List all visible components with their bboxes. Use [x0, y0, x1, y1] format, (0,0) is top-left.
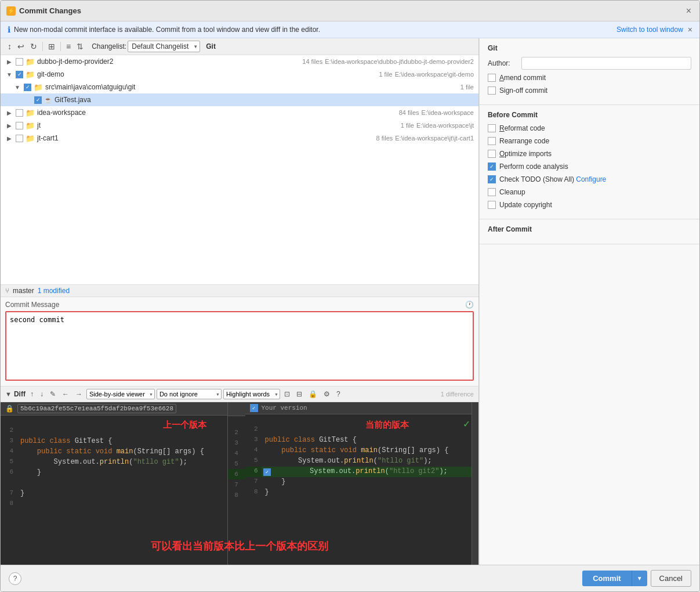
- info-icon: ℹ: [8, 25, 10, 34]
- diff-help-button[interactable]: ?: [334, 389, 343, 399]
- amend-checkbox[interactable]: [488, 74, 496, 82]
- update-copyright-checkbox[interactable]: [488, 201, 496, 209]
- diff-toggle[interactable]: ▼ Diff: [5, 390, 26, 398]
- checkbox-dubbo[interactable]: [16, 58, 23, 66]
- git-section-title: Git: [488, 44, 691, 52]
- divider-line-2: 2: [228, 427, 245, 438]
- diff-toolbar: ↑ ↓ ✎ ← → Side-by-side viewer Unified vi…: [28, 389, 474, 399]
- diff-right-lines: 2 3 public class GitTest { 4 public s: [245, 414, 472, 565]
- diff-header: ▼ Diff ↑ ↓ ✎ ← → Side-by-side viewer Uni…: [1, 387, 478, 402]
- signoff-checkbox[interactable]: [488, 86, 496, 95]
- changelist-select[interactable]: Default Changelist: [128, 41, 200, 52]
- commit-dropdown-button[interactable]: ▼: [632, 571, 647, 586]
- tree-item-gitdemo[interactable]: ▼ ✓ 📁 git-demo 1 file E:\idea-workspace\…: [1, 68, 478, 81]
- diff-fold-button[interactable]: ⊟: [294, 389, 304, 399]
- folder-icon-jtcart1: 📁: [26, 134, 35, 143]
- after-commit-section: After Commit: [480, 219, 699, 244]
- left-panel: ↕ ↩ ↻ ⊞ ≡ ⇅ Changelist: Default Changeli…: [1, 38, 479, 565]
- commit-button[interactable]: Commit: [582, 571, 631, 586]
- perform-checkbox[interactable]: ✓: [488, 163, 496, 171]
- rearrange-checkbox[interactable]: [488, 137, 496, 145]
- commit-message-title: Commit Message: [5, 301, 59, 309]
- author-input[interactable]: [521, 57, 691, 70]
- expand-all-button[interactable]: ⊞: [46, 41, 57, 52]
- sort-button[interactable]: ≡: [64, 41, 73, 52]
- diff-settings-button[interactable]: ⚙: [321, 389, 332, 399]
- info-close-button[interactable]: ×: [688, 25, 692, 34]
- tree-item-jt[interactable]: ▶ 📁 jt 1 file E:\idea-workspace\jt: [1, 119, 478, 132]
- diff-line-left-8: 8: [1, 499, 227, 510]
- diff-prev-button[interactable]: ←: [60, 389, 71, 399]
- tree-item-ideaws[interactable]: ▶ 📁 idea-workspace 84 files E:\idea-work…: [1, 106, 478, 119]
- tree-name-jtcart1: jt-cart1: [37, 134, 374, 142]
- cancel-button[interactable]: Cancel: [651, 570, 691, 587]
- tree-count-jtcart1: 8 files: [376, 135, 393, 142]
- diff-line-left-1: [1, 416, 227, 426]
- checktodo-checkbox[interactable]: ✓: [488, 175, 496, 183]
- tree-name-dubbo: dubbo-jt-demo-provider2: [37, 57, 300, 66]
- refresh-button[interactable]: ↻: [28, 41, 39, 52]
- diff-columns-button[interactable]: ⊡: [282, 389, 292, 399]
- your-version-label: Your version: [262, 405, 307, 411]
- git-section: Git Author: Amend commit Sign-off commit: [480, 38, 699, 105]
- diff-up-button[interactable]: ↑: [28, 389, 36, 399]
- diff-down-button[interactable]: ↓: [38, 389, 46, 399]
- checkbox-gitdemo[interactable]: ✓: [16, 71, 23, 78]
- move-to-changelist-button[interactable]: ↕: [5, 41, 14, 52]
- tree-item-dubbo[interactable]: ▶ 📁 dubbo-jt-demo-provider2 14 files E:\…: [1, 55, 478, 68]
- title-bar-left: ⚡ Commit Changes: [6, 6, 81, 16]
- folder-icon-src: 📁: [34, 83, 43, 92]
- highlight-select[interactable]: Highlight words Highlight lines Don't hi…: [223, 389, 280, 399]
- checkbox-gittest[interactable]: ✓: [34, 96, 42, 104]
- info-message: ℹ New non-modal commit interface is avai…: [8, 25, 320, 34]
- divider-line-4: 4: [228, 448, 245, 459]
- branch-name: master: [13, 287, 34, 295]
- diff-right-header: ✓ Your version: [245, 402, 472, 414]
- switch-to-tool-window-link[interactable]: Switch to tool window: [616, 26, 683, 34]
- modified-badge[interactable]: 1 modified: [38, 287, 70, 295]
- checkbox-ideaws[interactable]: [16, 109, 23, 117]
- undo-button[interactable]: ↩: [15, 41, 27, 52]
- app-icon: ⚡: [6, 6, 16, 16]
- tree-item-gittest[interactable]: ✓ ☕ GitTest.java: [1, 93, 478, 106]
- close-button[interactable]: ×: [684, 6, 694, 16]
- diff-toggle-arrow: ▼: [5, 391, 12, 398]
- keyword-class-3l: class: [49, 437, 70, 445]
- diff-edit-button[interactable]: ✎: [48, 389, 58, 399]
- branch-icon: ⑂: [5, 287, 9, 295]
- tree-item-jtcart1[interactable]: ▶ 📁 jt-cart1 8 files E:\idea-workspace\j…: [1, 132, 478, 145]
- optimize-checkbox[interactable]: [488, 150, 496, 158]
- toolbar-separator2: [60, 42, 61, 51]
- commit-button-group: Commit ▼: [582, 571, 647, 586]
- tree-path-dubbo: E:\idea-workspace\dubbo-jt\dubbo-jt-demo…: [325, 58, 474, 65]
- filter-button[interactable]: ⇅: [74, 41, 86, 52]
- bottom-bar: ? Commit ▼ Cancel: [1, 565, 699, 591]
- changelist-select-wrapper: Default Changelist: [128, 41, 200, 52]
- diff-line-checkbox[interactable]: ✓: [263, 468, 271, 476]
- bottom-left: ?: [9, 572, 21, 585]
- checkbox-jt[interactable]: [16, 122, 23, 129]
- reformat-checkbox[interactable]: [488, 124, 496, 132]
- main-content: ↕ ↩ ↻ ⊞ ≡ ⇅ Changelist: Default Changeli…: [1, 38, 699, 565]
- diff-right-pane: ✓ Your version: [245, 402, 472, 565]
- divider-line-6: 6: [228, 469, 245, 479]
- author-row: Author:: [488, 57, 691, 70]
- commit-message-input[interactable]: second commit: [5, 311, 474, 381]
- checkbox-src[interactable]: ✓: [24, 84, 31, 91]
- clock-icon: 🕐: [465, 301, 474, 309]
- folder-icon-gitdemo: 📁: [26, 70, 35, 79]
- diff-line-right-5: 5 System.out.println("htllo git");: [245, 456, 472, 467]
- diff-section: ▼ Diff ↑ ↓ ✎ ← → Side-by-side viewer Uni…: [1, 386, 478, 565]
- cleanup-checkbox[interactable]: [488, 188, 496, 196]
- diff-next-button[interactable]: →: [73, 389, 85, 399]
- ignore-select[interactable]: Do not ignore Ignore whitespace: [157, 389, 222, 399]
- diff-scrollbar[interactable]: [471, 402, 478, 565]
- tree-item-src[interactable]: ▼ ✓ 📁 src\main\java\com\atguigu\git 1 fi…: [1, 81, 478, 93]
- tree-arrow-dubbo: ▶: [5, 59, 13, 65]
- diff-lock-button[interactable]: 🔒: [306, 389, 320, 399]
- checkbox-jtcart1[interactable]: [16, 135, 23, 142]
- diff-line-right-1: [245, 414, 472, 425]
- viewer-select[interactable]: Side-by-side viewer Unified viewer: [86, 389, 155, 399]
- configure-link[interactable]: Configure: [576, 175, 606, 183]
- help-button[interactable]: ?: [9, 572, 21, 585]
